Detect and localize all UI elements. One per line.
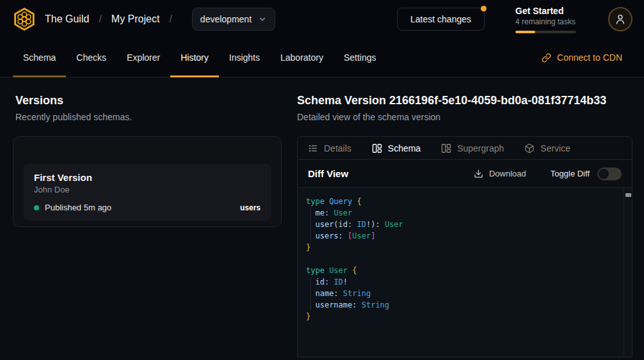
code-line: }	[306, 242, 619, 253]
tab-history[interactable]: History	[170, 38, 219, 77]
code-token	[306, 220, 315, 229]
code-line: name: String	[306, 288, 619, 299]
download-icon	[474, 169, 483, 178]
code-token	[306, 208, 315, 217]
service-name-badge: users	[240, 203, 261, 212]
detail-tab-label: Supergraph	[457, 143, 504, 153]
tab-label: Explorer	[127, 52, 160, 63]
latest-changes-button[interactable]: Latest changes	[397, 8, 485, 31]
breadcrumb-separator: /	[99, 13, 101, 25]
code-token: String	[343, 289, 371, 298]
code-scrollbar-thumb[interactable]	[625, 193, 631, 197]
code-token	[306, 289, 315, 298]
detail-tab-label: Details	[324, 143, 351, 153]
tab-label: History	[181, 52, 209, 63]
code-token: Query	[329, 197, 352, 206]
version-list-item[interactable]: First Version John Doe Published 5m ago …	[24, 164, 271, 221]
code-token: {	[357, 197, 362, 206]
code-token	[343, 231, 348, 240]
version-detail-panel: Schema Version 2166196f-5e10-4059-bd0a-0…	[294, 77, 644, 360]
version-author: John Doe	[34, 185, 261, 194]
download-button[interactable]: Download	[474, 169, 526, 178]
user-avatar-button[interactable]	[608, 7, 632, 31]
panels-icon	[372, 143, 382, 153]
download-label: Download	[489, 169, 526, 178]
tab-settings[interactable]: Settings	[334, 38, 387, 77]
tab-label: Settings	[344, 52, 376, 63]
code-token: User	[352, 231, 371, 240]
code-token: ):	[371, 220, 380, 229]
org-breadcrumb[interactable]: The Guild	[45, 13, 89, 25]
code-token: User	[334, 208, 352, 217]
code-token: user	[315, 220, 334, 229]
code-token: type	[306, 197, 325, 206]
code-token: id:	[339, 220, 353, 229]
version-status: Published 5m ago	[45, 203, 111, 212]
get-started-title: Get Started	[515, 6, 576, 16]
get-started-progressbar	[515, 31, 576, 33]
connect-to-cdn-link[interactable]: Connect to CDN	[542, 38, 632, 77]
project-breadcrumb[interactable]: My Project	[111, 13, 160, 25]
code-token	[306, 231, 315, 240]
versions-subtitle: Recently published schemas.	[15, 112, 282, 122]
code-block: type Query { me: User user(id: ID!): Use…	[306, 196, 619, 322]
code-line: user(id: ID!): User	[306, 219, 619, 230]
toggle-diff-label: Toggle Diff	[551, 169, 590, 178]
code-token: String	[362, 301, 389, 309]
tab-service[interactable]: Service	[524, 143, 570, 153]
tab-label: Insights	[229, 52, 260, 63]
code-token: name:	[315, 289, 338, 298]
tab-schema[interactable]: Schema	[13, 38, 66, 77]
tab-label: Laboratory	[280, 52, 323, 63]
toggle-diff-group: Toggle Diff	[551, 168, 622, 180]
get-started-subtitle: 4 remaining tasks	[515, 17, 576, 26]
panels-icon	[441, 143, 451, 153]
tab-checks[interactable]: Checks	[66, 38, 117, 77]
tab-label: Schema	[23, 52, 56, 63]
code-line: me: User	[306, 207, 619, 219]
code-token: ]	[371, 231, 375, 240]
detail-tabs: Details Schema	[298, 137, 632, 160]
code-token	[306, 278, 315, 286]
tab-laboratory[interactable]: Laboratory	[270, 38, 334, 77]
code-line: }	[306, 311, 619, 322]
version-meta-row: Published 5m ago users	[34, 203, 261, 212]
chevron-down-icon	[258, 15, 267, 24]
get-started-widget[interactable]: Get Started 4 remaining tasks	[515, 6, 576, 33]
tab-insights[interactable]: Insights	[219, 38, 270, 77]
version-detail-title: Schema Version 2166196f-5e10-4059-bd0a-0…	[297, 94, 632, 107]
guild-logo-icon[interactable]	[12, 6, 37, 32]
breadcrumb-separator: /	[169, 13, 172, 25]
target-selector-dropdown[interactable]: development	[192, 8, 275, 31]
code-token	[352, 197, 357, 206]
top-header: The Guild / My Project / development Lat…	[0, 0, 644, 38]
code-token: username:	[315, 301, 357, 309]
code-line: username: String	[306, 299, 619, 311]
versions-title: Versions	[15, 94, 282, 107]
main-nav: Schema Checks Explorer History Insights …	[0, 38, 644, 77]
versions-list-card: First Version John Doe Published 5m ago …	[13, 136, 282, 227]
versions-panel: Versions Recently published schemas. Fir…	[0, 77, 294, 360]
code-scrollbar[interactable]	[624, 188, 632, 357]
code-token: type	[306, 266, 325, 275]
schema-code-viewer[interactable]: type Query { me: User user(id: ID!): Use…	[298, 188, 632, 357]
latest-changes-label: Latest changes	[410, 14, 471, 24]
code-token	[306, 301, 315, 309]
code-token: ID	[334, 278, 342, 286]
tab-schema-view[interactable]: Schema	[372, 143, 421, 153]
published-dot-icon	[34, 205, 39, 210]
notification-dot	[481, 6, 487, 12]
code-line: type User {	[306, 265, 619, 276]
code-token: (	[334, 220, 338, 229]
tab-explorer[interactable]: Explorer	[117, 38, 170, 77]
code-token: }	[306, 312, 310, 321]
code-token	[339, 289, 343, 298]
cube-icon	[524, 143, 535, 153]
toggle-diff-switch[interactable]	[597, 168, 622, 180]
code-token: ID	[357, 220, 366, 229]
code-token: !	[343, 278, 348, 286]
code-token: me:	[315, 208, 329, 217]
link-icon	[542, 53, 551, 63]
tab-supergraph[interactable]: Supergraph	[441, 143, 504, 153]
tab-details[interactable]: Details	[308, 143, 351, 153]
